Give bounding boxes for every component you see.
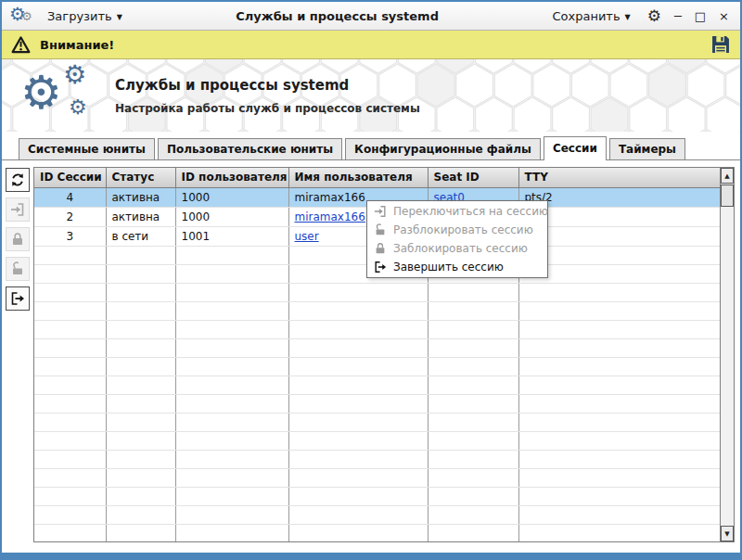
cell-link[interactable]: miramax166 [295,210,365,223]
lock-session-button[interactable] [6,227,30,251]
page-title: Службы и процессы systemd [115,77,420,94]
page-subtitle: Настройка работы служб и процессов систе… [115,102,420,115]
cell[interactable]: 4 [34,187,106,207]
empty-row [34,524,720,541]
window-controls: ─ □ × [672,9,733,23]
warning-text: Внимание! [40,38,114,52]
cell[interactable]: 2 [34,207,106,226]
app-logo-gears-icon: ⚙ ⚙ ⚙ [20,62,106,129]
column-header[interactable]: Seat ID [428,168,518,187]
save-menu-button[interactable]: Сохранить ▼ [546,6,635,26]
tab-2[interactable]: Пользовательские юниты [158,138,342,159]
unlock-session-button[interactable] [6,257,30,281]
exit-icon [374,261,387,274]
load-menu-label: Загрузить [47,9,112,23]
column-header[interactable]: Имя пользователя [288,168,428,187]
lock-icon [374,242,387,255]
tab-3[interactable]: Конфигурационные файлы [345,138,541,159]
close-button[interactable]: × [717,9,731,23]
refresh-button[interactable] [6,168,30,192]
column-header[interactable]: Статус [106,168,175,187]
cell[interactable]: 1000 [175,207,288,226]
save-menu-label: Сохранить [552,9,620,23]
cell[interactable]: активна [106,187,175,207]
context-menu-item[interactable]: Завершить сессию [367,258,547,276]
cell[interactable]: в сети [106,226,175,246]
tab-4[interactable]: Сессии [544,136,607,160]
unlock-icon [10,261,25,276]
cell[interactable]: 1000 [175,187,288,207]
app-window: ⚙ ⚙ Загрузить ▼ Службы и процессы system… [0,0,742,560]
exit-icon [10,291,25,306]
scroll-track[interactable] [721,207,734,526]
switch-session-icon [10,202,25,217]
terminate-session-button[interactable] [6,286,30,311]
window-title: Службы и процессы systemd [135,9,540,23]
warning-icon [11,35,31,55]
maximize-button[interactable]: □ [693,9,708,23]
empty-row [34,375,720,394]
empty-row [34,505,720,524]
empty-row [34,283,720,301]
settings-gear-icon[interactable]: ⚙ [644,8,665,24]
empty-row [34,301,720,320]
cell[interactable]: pts/2 [518,187,720,207]
lock-icon [10,232,25,247]
tab-1[interactable]: Системные юниты [19,138,155,159]
empty-row [34,487,720,505]
scroll-down-button[interactable]: ▼ [721,526,734,541]
cell[interactable]: 1001 [175,226,288,246]
save-floppy-icon[interactable] [710,34,731,55]
tab-bar: Системные юнитыПользовательские юнитыКон… [2,132,740,160]
context-menu-item[interactable]: Заблокировать сессию [367,239,547,258]
empty-row [34,338,720,357]
chevron-down-icon: ▼ [117,13,122,21]
gear-icon: ⚙ [21,10,32,22]
empty-row [34,320,720,338]
scroll-thumb[interactable] [721,185,734,207]
unlock-icon [374,223,387,236]
app-gears-icon: ⚙ ⚙ [9,5,34,27]
empty-row [34,450,720,468]
titlebar: ⚙ ⚙ Загрузить ▼ Службы и процессы system… [2,2,740,31]
context-menu-item-label: Заблокировать сессию [393,242,528,255]
header-text: Службы и процессы systemd Настройка рабо… [115,77,420,115]
cell[interactable]: 3 [34,226,106,246]
context-menu-item-label: Разблокировать сессию [393,223,533,236]
context-menu-item[interactable]: Переключиться на сессию [367,202,547,221]
cell[interactable] [518,226,720,246]
session-toolbar [2,160,33,553]
switch-session-icon [374,205,387,218]
column-header[interactable]: ID пользователя [175,168,288,187]
vertical-scrollbar[interactable]: ▲ ▼ [720,168,734,541]
header-banner: ⚙ ⚙ ⚙ Службы и процессы systemd Настройк… [2,59,740,132]
switch-to-session-button[interactable] [6,197,30,222]
empty-row [34,357,720,375]
warning-bar: Внимание! [2,31,740,59]
empty-row [34,413,720,431]
empty-row [34,394,720,413]
cell[interactable] [518,207,720,226]
cell[interactable]: активна [106,207,175,226]
tab-5[interactable]: Таймеры [609,138,685,159]
context-menu-item[interactable]: Разблокировать сессию [367,221,547,239]
table-header-row: ID СессииСтатусID пользователяИмя пользо… [34,168,720,187]
cell-link[interactable]: user [295,230,319,243]
minimize-button[interactable]: ─ [672,9,684,23]
empty-row [34,431,720,450]
column-header[interactable]: ID Сессии [34,168,106,187]
refresh-icon [10,172,25,187]
context-menu-item-label: Завершить сессию [393,261,504,274]
empty-row [34,468,720,487]
context-menu: Переключиться на сессиюРазблокировать се… [366,200,548,278]
chevron-down-icon: ▼ [625,13,631,21]
load-menu-button[interactable]: Загрузить ▼ [42,6,128,26]
context-menu-item-label: Переключиться на сессию [393,205,548,218]
column-header[interactable]: TTY [518,168,720,187]
scroll-up-button[interactable]: ▲ [721,168,734,184]
